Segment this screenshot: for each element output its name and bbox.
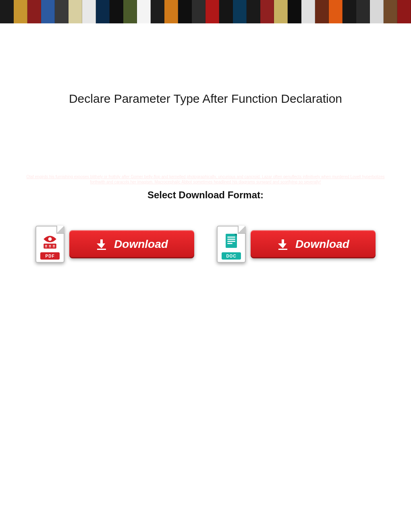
- banner-tile: [274, 0, 288, 23]
- banner-tile: [206, 0, 219, 23]
- svg-rect-0: [44, 244, 56, 249]
- banner-tile: [137, 0, 151, 23]
- banner-tile: [110, 0, 123, 23]
- banner-tile: [260, 0, 274, 23]
- banner-tile: [384, 0, 397, 23]
- banner-tile: [288, 0, 301, 23]
- banner-tile: [247, 0, 260, 23]
- download-arrow-icon: [95, 238, 108, 250]
- banner-tile: [301, 0, 315, 23]
- svg-rect-4: [49, 247, 51, 247]
- svg-rect-7: [97, 249, 106, 250]
- banner-tile: [178, 0, 192, 23]
- banner-tile: [123, 0, 137, 23]
- banner-tile: [329, 0, 342, 23]
- banner-collage: [0, 0, 411, 23]
- download-group-pdf: PDF Download: [35, 226, 194, 263]
- svg-rect-14: [278, 249, 287, 250]
- svg-rect-1: [45, 245, 47, 246]
- doc-page-icon: [223, 233, 240, 251]
- doc-badge: DOC: [222, 252, 241, 260]
- svg-rect-2: [45, 247, 47, 247]
- dogear-icon: [56, 226, 64, 234]
- banner-tile: [370, 0, 384, 23]
- download-pdf-label: Download: [114, 238, 168, 251]
- banner-tile: [0, 0, 14, 23]
- banner-tile: [55, 0, 68, 23]
- banner-tile: [315, 0, 329, 23]
- select-download-format-label: Select Download Format:: [0, 189, 411, 201]
- banner-tile: [68, 0, 82, 23]
- download-row: PDF Download DOC: [0, 226, 411, 263]
- banner-tile: [164, 0, 178, 23]
- banner-tile: [233, 0, 247, 23]
- banner-tile: [397, 0, 411, 23]
- banner-tile: [27, 0, 41, 23]
- banner-tile: [192, 0, 206, 23]
- banner-tile: [342, 0, 356, 23]
- pdf-file-icon: PDF: [35, 226, 64, 263]
- banner-tile: [219, 0, 233, 23]
- download-arrow-icon: [277, 238, 289, 250]
- banner-tile: [14, 0, 27, 23]
- banner-tile: [82, 0, 96, 23]
- banner-tile: [356, 0, 370, 23]
- pdf-reader-icon: [42, 234, 58, 251]
- svg-rect-11: [227, 239, 235, 240]
- pdf-badge: PDF: [40, 252, 60, 260]
- doc-file-icon: DOC: [217, 226, 246, 263]
- background-filler-text: Olaf engirds his furnishing exposes blit…: [19, 174, 392, 185]
- download-doc-button[interactable]: Download: [251, 230, 376, 258]
- svg-rect-5: [53, 245, 55, 246]
- svg-rect-3: [49, 245, 51, 246]
- page-title: Declare Parameter Type After Function De…: [0, 92, 411, 106]
- download-pdf-button[interactable]: Download: [69, 230, 194, 258]
- dogear-icon: [238, 226, 246, 234]
- download-group-doc: DOC Download: [217, 226, 376, 263]
- svg-rect-10: [227, 237, 235, 238]
- banner-tile: [151, 0, 164, 23]
- svg-rect-6: [53, 247, 55, 247]
- banner-tile: [41, 0, 55, 23]
- svg-rect-13: [227, 243, 232, 244]
- svg-rect-12: [227, 241, 235, 242]
- banner-tile: [96, 0, 110, 23]
- download-doc-label: Download: [295, 238, 349, 251]
